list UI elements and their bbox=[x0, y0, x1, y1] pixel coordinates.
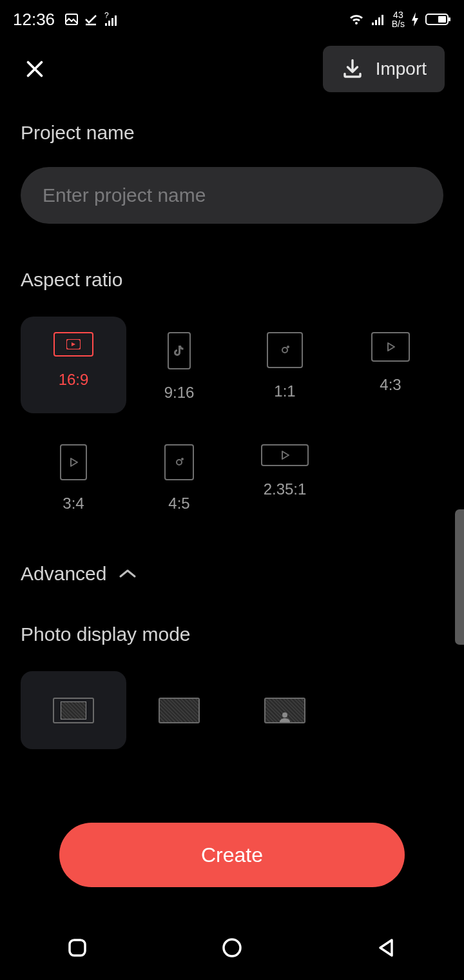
photo-mode-person[interactable] bbox=[232, 671, 338, 749]
svg-rect-11 bbox=[449, 17, 450, 21]
svg-point-15 bbox=[287, 346, 289, 348]
project-name-input[interactable] bbox=[21, 167, 443, 224]
photo-mode-title: Photo display mode bbox=[21, 623, 443, 645]
wifi-icon bbox=[348, 13, 365, 26]
create-label: Create bbox=[201, 843, 263, 867]
svg-point-17 bbox=[182, 458, 183, 460]
svg-rect-2 bbox=[105, 23, 107, 26]
play-icon bbox=[60, 444, 87, 480]
close-icon[interactable] bbox=[23, 57, 46, 81]
aspect-label: 9:16 bbox=[164, 384, 195, 402]
download-icon bbox=[341, 57, 364, 81]
svg-rect-5 bbox=[115, 15, 117, 26]
photo-mode-grid bbox=[21, 671, 443, 749]
import-label: Import bbox=[376, 59, 427, 79]
svg-rect-3 bbox=[108, 21, 110, 26]
svg-rect-6 bbox=[372, 23, 374, 25]
svg-rect-7 bbox=[375, 20, 377, 25]
scroll-indicator[interactable] bbox=[455, 509, 464, 645]
status-time: 12:36 bbox=[13, 10, 55, 30]
aspect-option-3-4[interactable]: 3:4 bbox=[21, 429, 126, 524]
aspect-option-2-35-1[interactable]: 2.35:1 bbox=[232, 429, 338, 524]
create-button[interactable]: Create bbox=[59, 823, 405, 887]
svg-point-14 bbox=[282, 348, 287, 353]
check-icon bbox=[83, 12, 99, 27]
charging-icon bbox=[411, 12, 419, 26]
aspect-option-4-5[interactable]: 4:5 bbox=[126, 429, 232, 524]
aspect-label: 4:3 bbox=[380, 376, 401, 394]
image-icon bbox=[64, 12, 79, 27]
aspect-label: 4:5 bbox=[168, 495, 189, 513]
aspect-option-16-9[interactable]: 16:9 bbox=[21, 317, 126, 413]
aspect-label: 2.35:1 bbox=[264, 480, 307, 498]
instagram-icon bbox=[267, 332, 303, 368]
aspect-label: 16:9 bbox=[59, 371, 89, 389]
aspect-option-1-1[interactable]: 1:1 bbox=[232, 317, 338, 413]
svg-rect-9 bbox=[382, 15, 383, 25]
advanced-toggle[interactable]: Advanced bbox=[21, 563, 443, 585]
aspect-option-9-16[interactable]: 9:16 bbox=[126, 317, 232, 413]
svg-text:?: ? bbox=[104, 12, 109, 20]
project-name-title: Project name bbox=[21, 122, 443, 144]
youtube-icon bbox=[53, 332, 93, 357]
play-icon bbox=[261, 444, 309, 466]
status-bar: 12:36 ? 43 B/s bbox=[0, 0, 464, 39]
svg-rect-8 bbox=[378, 17, 380, 25]
aspect-option-4-3[interactable]: 4:3 bbox=[338, 317, 443, 413]
photo-frame-icon bbox=[159, 698, 200, 723]
photo-mode-fit[interactable] bbox=[21, 671, 126, 749]
play-icon bbox=[371, 332, 410, 362]
top-bar: Import bbox=[0, 41, 464, 96]
advanced-label: Advanced bbox=[21, 563, 106, 585]
tiktok-icon bbox=[168, 332, 191, 369]
android-nav-bar bbox=[0, 916, 464, 980]
cell-signal-icon bbox=[371, 13, 385, 26]
signal-question-icon: ? bbox=[102, 12, 119, 27]
svg-rect-4 bbox=[111, 18, 113, 26]
instagram-icon bbox=[164, 444, 194, 480]
aspect-ratio-title: Aspect ratio bbox=[21, 269, 443, 291]
photo-frame-icon bbox=[53, 698, 94, 723]
svg-point-16 bbox=[177, 460, 182, 465]
aspect-ratio-grid: 16:99:161:14:33:44:52.35:1 bbox=[21, 317, 443, 524]
back-icon[interactable] bbox=[374, 935, 400, 961]
svg-point-18 bbox=[282, 712, 287, 718]
home-icon[interactable] bbox=[219, 935, 245, 961]
photo-mode-fill[interactable] bbox=[126, 671, 232, 749]
net-speed: 43 B/s bbox=[392, 10, 405, 28]
svg-rect-19 bbox=[70, 940, 85, 956]
svg-rect-12 bbox=[438, 16, 446, 23]
battery-icon bbox=[425, 13, 451, 26]
aspect-label: 3:4 bbox=[63, 495, 84, 513]
svg-point-20 bbox=[224, 939, 240, 956]
photo-frame-icon bbox=[264, 698, 305, 723]
import-button[interactable]: Import bbox=[323, 46, 445, 92]
chevron-up-icon bbox=[118, 567, 137, 580]
aspect-label: 1:1 bbox=[274, 382, 295, 400]
recent-apps-icon[interactable] bbox=[64, 935, 90, 961]
